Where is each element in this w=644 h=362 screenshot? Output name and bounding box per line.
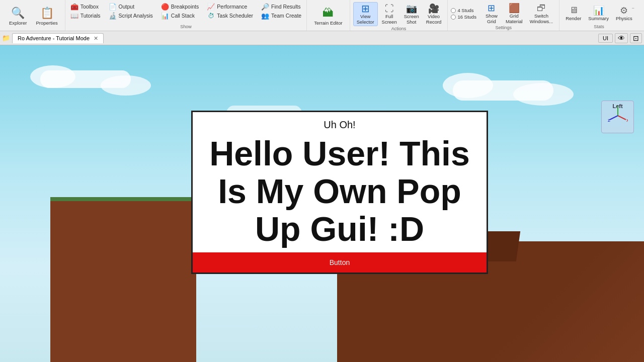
popup-button[interactable]: Button: [193, 252, 487, 273]
toolbar-group-explore: 🔍 Explorer 📋 Properties: [2, 0, 65, 31]
toolbar-group-stats: 🖥 Render 📊 Summary ⚙ Physics − Stats: [559, 0, 638, 31]
16-studs-radio[interactable]: [451, 15, 456, 20]
render-button[interactable]: 🖥 Render: [562, 5, 584, 22]
performance-icon: 📈: [207, 3, 215, 11]
switch-windows-button[interactable]: 🗗 SwitchWindows...: [527, 2, 556, 25]
toolbox-button[interactable]: 🧰 Toolbox: [68, 2, 103, 11]
tab-close-button[interactable]: ✕: [94, 35, 98, 42]
find-team-group: 🔎 Find Results 👥 Team Create: [259, 2, 303, 20]
actions-group-label: Actions: [391, 26, 407, 32]
toolbox-tutorials-group: 🧰 Toolbox 📖 Tutorials: [68, 2, 103, 20]
terrain-editor-label: Terrain Editor: [314, 20, 343, 26]
screen-shot-icon: 📷: [407, 4, 417, 14]
perf-task-group: 📈 Performance ⏱ Task Scheduler: [205, 2, 255, 20]
stats-group-label: Stats: [594, 24, 604, 30]
output-button[interactable]: 📄 Output: [107, 2, 155, 11]
svg-text:X: X: [626, 118, 628, 123]
compass-widget: Left X Y Z: [601, 101, 634, 133]
svg-text:Y: Y: [616, 106, 619, 108]
grid-toggle-button[interactable]: ⊡: [630, 33, 642, 43]
tutorials-icon: 📖: [70, 12, 78, 20]
render-icon: 🖥: [569, 6, 579, 16]
visibility-button[interactable]: 👁: [615, 33, 628, 43]
svg-text:Z: Z: [608, 118, 610, 123]
summary-label: Summary: [588, 16, 609, 21]
terrain-brown-left: [50, 201, 196, 362]
physics-label: Physics: [616, 16, 632, 21]
tab-label: Ro Adventure - Tutorial Mode: [18, 35, 90, 41]
terrain-editor-button[interactable]: 🏔 Terrain Editor: [310, 5, 347, 27]
breakpoints-callstack-group: 🔴 Breakpoints 📊 Call Stack: [159, 2, 201, 20]
video-record-button[interactable]: 🎥 VideoRecord: [423, 3, 445, 26]
find-results-icon: 🔎: [261, 3, 269, 11]
settings-group-label: Settings: [496, 25, 512, 31]
script-analysis-button[interactable]: 🔬 Script Analysis: [107, 11, 155, 20]
4-studs-option[interactable]: 4 Studs: [451, 8, 476, 13]
viewport: Left X Y Z Uh Oh! Hello User! This Is My…: [0, 45, 644, 362]
physics-button[interactable]: ⚙ Physics −: [613, 5, 635, 22]
grid-material-icon: 🟫: [509, 3, 519, 13]
ui-toggle-group: UI 👁 ⊡: [598, 33, 642, 43]
toolbar: 🔍 Explorer 📋 Properties 🧰 Toolbox 📖 Tuto…: [0, 0, 644, 31]
call-stack-icon: 📊: [161, 12, 169, 20]
show-grid-button[interactable]: ⊞ ShowGrid: [481, 2, 502, 25]
svg-line-4: [610, 116, 618, 120]
show-grid-icon: ⊞: [487, 3, 497, 13]
view-selector-label: ViewSelector: [357, 14, 374, 25]
call-stack-button[interactable]: 📊 Call Stack: [159, 11, 201, 20]
tutorials-button[interactable]: 📖 Tutorials: [68, 11, 103, 20]
toolbar-group-show: 🧰 Toolbox 📖 Tutorials 📄 Output 🔬 Script …: [65, 0, 307, 31]
cloud-6: [513, 83, 574, 106]
popup-dialog: Uh Oh! Hello User! This Is My Own Pop Up…: [191, 111, 488, 274]
view-selector-icon: ⊞: [360, 4, 370, 14]
breakpoints-icon: 🔴: [161, 3, 169, 11]
compass-box: Left X Y Z: [601, 101, 634, 133]
screen-shot-button[interactable]: 📷 ScreenShot: [401, 3, 422, 26]
output-icon: 📄: [109, 3, 117, 11]
show-group-label: Show: [180, 24, 192, 30]
summary-button[interactable]: 📊 Summary: [585, 5, 612, 22]
switch-windows-icon: 🗗: [536, 3, 546, 13]
toolbar-group-terrain: 🏔 Terrain Editor: [307, 0, 350, 31]
grid-material-label: GridMaterial: [506, 13, 523, 24]
cloud-3: [101, 75, 151, 96]
stud-radio-group: 4 Studs 16 Studs: [451, 8, 476, 20]
svg-line-0: [618, 116, 626, 120]
toolbox-icon: 🧰: [70, 3, 78, 11]
video-record-icon: 🎥: [429, 4, 439, 14]
ui-toggle-button[interactable]: UI: [598, 34, 613, 43]
performance-button[interactable]: 📈 Performance: [205, 2, 255, 11]
summary-icon: 📊: [594, 6, 604, 16]
16-studs-option[interactable]: 16 Studs: [451, 14, 476, 20]
view-selector-button[interactable]: ⊞ ViewSelector: [353, 2, 378, 26]
explorer-button[interactable]: 🔍 Explorer: [5, 5, 31, 27]
team-create-icon: 👥: [261, 12, 269, 20]
physics-minus: −: [631, 6, 634, 11]
explorer-icon: 🔍: [11, 6, 25, 20]
properties-button[interactable]: 📋 Properties: [32, 5, 61, 27]
toolbar-group-settings: 4 Studs 16 Studs ⊞ ShowGrid 🟫 GridMateri…: [448, 0, 559, 31]
render-label: Render: [566, 16, 581, 21]
explorer-label: Explorer: [9, 20, 27, 26]
task-scheduler-icon: ⏱: [207, 12, 215, 20]
full-screen-button[interactable]: ⛶ FullScreen: [379, 3, 400, 26]
properties-icon: 📋: [40, 6, 54, 20]
task-scheduler-button[interactable]: ⏱ Task Scheduler: [205, 11, 255, 20]
popup-title: Uh Oh!: [193, 112, 487, 133]
team-create-button[interactable]: 👥 Team Create: [259, 11, 303, 20]
popup-body: Hello User! This Is My Own Pop Up Gui! :…: [193, 133, 487, 252]
tabbar: 📁 Ro Adventure - Tutorial Mode ✕ UI 👁 ⊡: [0, 31, 644, 45]
terrain-editor-icon: 🏔: [321, 6, 335, 20]
properties-label: Properties: [36, 20, 57, 26]
toolbar-group-actions: ⊞ ViewSelector ⛶ FullScreen 📷 ScreenShot…: [350, 0, 448, 31]
physics-icon: ⚙: [619, 6, 629, 16]
4-studs-label: 4 Studs: [457, 8, 473, 13]
tab-icon-area: 📁: [2, 34, 10, 42]
find-results-button[interactable]: 🔎 Find Results: [259, 2, 303, 11]
ro-adventure-tab[interactable]: Ro Adventure - Tutorial Mode ✕: [12, 33, 104, 43]
grid-material-button[interactable]: 🟫 GridMaterial: [503, 2, 526, 25]
4-studs-radio[interactable]: [451, 8, 456, 13]
compass-axes: X Y Z: [608, 106, 628, 126]
breakpoints-button[interactable]: 🔴 Breakpoints: [159, 2, 201, 11]
script-analysis-icon: 🔬: [109, 12, 117, 20]
